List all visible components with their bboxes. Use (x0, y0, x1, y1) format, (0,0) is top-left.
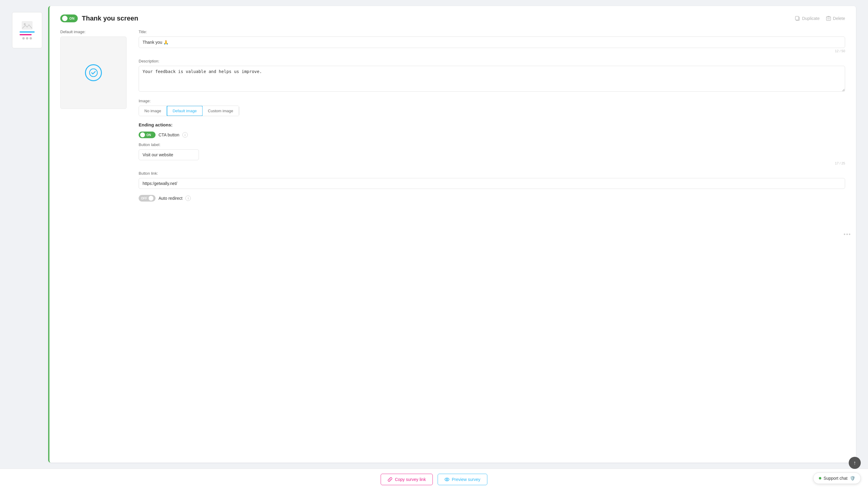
support-chat-emoji: 🛡️ (850, 476, 855, 481)
content-card: ON Thank you screen Duplicate (48, 6, 856, 463)
card-header: ON Thank you screen Duplicate (60, 15, 845, 22)
svg-point-10 (446, 479, 447, 480)
support-chat-button[interactable]: Support chat 🛡️ (813, 472, 861, 484)
thumb-dot (30, 37, 32, 39)
more-options-icon[interactable]: ••• (844, 231, 851, 237)
duplicate-label: Duplicate (802, 16, 819, 21)
eye-icon (444, 477, 450, 482)
default-image-option[interactable]: Default image (167, 106, 203, 116)
header-actions: Duplicate Delete (795, 16, 845, 21)
default-image-placeholder (60, 36, 127, 109)
svg-point-1 (24, 23, 26, 25)
sidebar-thumbnails (12, 6, 42, 463)
image-label: Image: (138, 99, 845, 103)
cta-toggle-circle (140, 133, 145, 137)
copy-link-label: Copy survey link (395, 477, 426, 482)
thumb-dot (26, 37, 28, 39)
delete-label: Delete (833, 16, 845, 21)
default-image-label: Default image: (60, 30, 127, 34)
thumb-line-blue (20, 31, 35, 33)
thumb-dots (22, 37, 32, 39)
support-dot (819, 477, 821, 480)
description-label: Description: (138, 59, 845, 63)
duplicate-button[interactable]: Duplicate (795, 16, 819, 21)
thumbnail-card[interactable] (12, 12, 42, 48)
thumb-lines (20, 31, 35, 35)
copy-survey-link-button[interactable]: Copy survey link (381, 474, 433, 485)
thumb-line-pink (20, 34, 32, 35)
toggle-circle (62, 16, 67, 21)
svg-rect-3 (795, 16, 799, 20)
mountain-icon (22, 21, 33, 30)
cta-row: ON CTA button i (138, 132, 845, 138)
button-label-label: Button label: (138, 142, 845, 147)
thumb-icon (22, 21, 33, 30)
no-image-option[interactable]: No image (139, 106, 167, 116)
cta-toggle-label: ON (147, 133, 151, 137)
svg-rect-0 (22, 21, 33, 30)
link-icon (388, 477, 393, 482)
preview-survey-button[interactable]: Preview survey (438, 474, 487, 485)
checkmark-icon (85, 64, 102, 81)
support-chat-label: Support chat (824, 476, 847, 481)
auto-redirect-toggle-circle (149, 196, 153, 201)
cta-info-icon[interactable]: i (182, 132, 188, 138)
auto-redirect-toggle[interactable]: OFF (138, 195, 156, 202)
title-label: Title: (138, 30, 845, 34)
check-svg (89, 68, 98, 77)
bottom-bar: Copy survey link Preview survey (0, 468, 868, 490)
auto-redirect-toggle-label: OFF (141, 197, 147, 200)
main-toggle[interactable]: ON (60, 15, 78, 22)
delete-button[interactable]: Delete (826, 16, 845, 21)
svg-point-9 (445, 478, 449, 481)
title-char-count: 12 / 50 (138, 49, 845, 53)
bottom-center: Copy survey link Preview survey (381, 474, 487, 485)
cta-label: CTA button (158, 133, 179, 137)
ending-actions-group: Ending actions: ON CTA button i Button l… (138, 122, 845, 202)
svg-rect-4 (827, 17, 831, 21)
button-link-group: Button link: (138, 171, 845, 189)
left-column: Default image: (60, 30, 127, 208)
button-label-char-count: 17 / 25 (138, 162, 845, 165)
page-title: Thank you screen (82, 15, 138, 22)
button-link-label: Button link: (138, 171, 845, 176)
image-field-group: Image: No image Default image Custom ima… (138, 99, 845, 116)
ending-actions-title: Ending actions: (138, 122, 845, 127)
auto-redirect-info-icon[interactable]: i (185, 196, 191, 201)
button-label-group: Button label: 17 / 25 (138, 142, 845, 165)
title-field-group: Title: 12 / 50 (138, 30, 845, 53)
preview-label: Preview survey (452, 477, 480, 482)
auto-redirect-row: OFF Auto redirect i (138, 195, 845, 202)
button-label-input[interactable] (138, 149, 199, 160)
header-left: ON Thank you screen (60, 15, 138, 22)
thumb-dot (22, 37, 25, 39)
card-body: Default image: Title: 12 / 50 (60, 30, 845, 208)
description-field-group: Description: Your feedback is valuable a… (138, 59, 845, 93)
scroll-top-button[interactable]: ↑ (849, 457, 861, 469)
cta-toggle[interactable]: ON (138, 132, 156, 138)
title-input[interactable] (138, 36, 845, 48)
duplicate-icon (795, 16, 800, 21)
auto-redirect-label: Auto redirect (158, 196, 182, 201)
image-selector: No image Default image Custom image (138, 106, 239, 116)
toggle-label: ON (69, 17, 75, 20)
svg-point-8 (90, 69, 97, 77)
right-column: Title: 12 / 50 Description: Your feedbac… (138, 30, 845, 208)
custom-image-option[interactable]: Custom image (203, 106, 239, 116)
scroll-top-label: ↑ (854, 460, 856, 466)
description-input[interactable]: Your feedback is valuable and helps us i… (138, 66, 845, 92)
button-link-input[interactable] (138, 178, 845, 189)
delete-icon (826, 16, 831, 21)
